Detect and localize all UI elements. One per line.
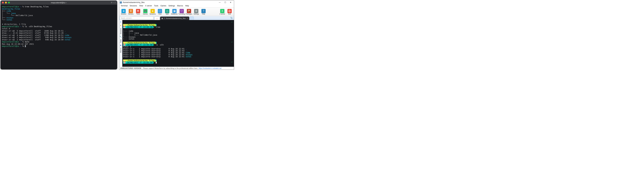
menu-sessions[interactable]: Sessions [129,5,138,7]
tools-icon: 🛠 [136,9,140,13]
prompt-time: 22:03.40 [142,44,153,46]
tree-line: +--- notes [123,38,134,40]
toolbar-settings-button[interactable]: ⚙Settings [193,8,200,16]
toolbar-label: Sessions [150,13,156,15]
menu-macros[interactable]: Macros [176,5,184,7]
tree-root: Desktop/my_files [2,8,20,10]
menu-games[interactable]: Games [160,5,167,7]
cmd-tree: tree Desktop/my_files [25,6,49,8]
toolbar-exit-button[interactable]: ⏻Exit [226,8,233,16]
servers-icon: 🗄 [129,9,133,13]
prompt-user-host: mepcotterell@io [2,6,19,8]
view-icon: 🖵 [158,9,162,13]
split-icon: ◫ [165,9,169,13]
close-button[interactable]: ✕ [228,1,233,4]
quick-connect-placeholder: Quick connect... [121,17,133,19]
x-server-icon: X [220,9,224,13]
menu-view[interactable]: View [138,5,144,7]
ls-row: drwxr-xr-x@ 2 mepcotterell staff 64B Aug… [2,36,65,39]
toolbar-multiexec-button[interactable]: ▦MultiExec [171,8,178,16]
tab-new-button[interactable] [190,17,194,20]
toolbar-view-button[interactable]: 🖵View [156,8,164,16]
toolbar-label: Session [121,13,126,15]
sidebar-tools-label[interactable]: Tools [120,39,122,43]
mac-terminal-body[interactable]: mepcotterell@io ~ % tree Desktop/my_file… [0,5,117,69]
status-unregistered: UNREGISTERED VERSION [120,67,141,69]
toolbar-label: Split [166,13,168,15]
toolbar-split-button[interactable]: ◫Split [164,8,171,16]
menu-help[interactable]: Help [184,5,190,7]
terminal-icon: ▣ [162,18,163,20]
window-title: /home/mobaxterm/my_files [123,1,144,4]
toolbar-tunneling-button[interactable]: 🛡Tunneling [178,8,185,16]
window-title: mepcotterell@io:~ [0,2,117,4]
check-icon: ✔ [232,41,232,43]
chevron-right-icon: ▶ [153,26,154,28]
window-controls: — ☐ ✕ [217,1,233,4]
toolbar-packages-button[interactable]: 📦Packages [186,8,192,16]
sidebar-macros-label[interactable]: Macros [120,48,122,53]
tree-summary: 4 directories, 1 file [2,23,26,25]
ls-total: total 0 [2,28,10,30]
cursor [25,45,26,47]
toolbar-label: Tunneling [178,13,185,15]
tree-dir-code: code [6,10,11,12]
tab-label: 2. /home/mobaxterm/my_files [164,18,186,19]
cmd-ls: ls -alh Desktop/my_files [25,25,52,28]
quick-connect-input[interactable]: Quick connect... [120,16,154,20]
tree-dir-essays: essays [6,17,13,19]
tree-line: │ └── [2,14,16,17]
ls-name-dot: . [65,30,66,32]
toolbar-sessions-button[interactable]: ★Sessions [149,8,156,16]
toolbar-games-button[interactable]: 🎮Games [142,8,149,16]
sidebar-sessions-label[interactable]: Sessions [120,28,122,34]
maximize-button[interactable]: ☐ [222,1,228,4]
ls-row: drwxr-xr-x@ 4 mepcotterell staff 128B Au… [2,34,65,36]
tree-dir-java: java [11,12,16,15]
session-icon: 🖥 [122,9,126,13]
menu-bar: Terminal Sessions View X server Tools Ga… [119,4,234,7]
tab-close-icon[interactable]: ✕ [186,18,188,20]
packages-icon: 📦 [187,9,191,13]
help-icon: ? [202,9,206,13]
tab-home[interactable]: ⌂ [154,17,160,20]
status-bar: UNREGISTERED VERSION - Please support Mo… [119,67,234,70]
mobaxterm-window: /home/mobaxterm/my_files — ☐ ✕ Terminal … [119,1,234,70]
cursor [156,62,157,64]
sidebar-expand-icon[interactable]: » [120,21,121,23]
toolbar-x-server-button[interactable]: XX server [219,8,226,16]
toolbar-session-button[interactable]: 🖥Session [120,8,127,16]
win-titlebar: /home/mobaxterm/my_files — ☐ ✕ [119,1,234,4]
menu-settings[interactable]: Settings [168,5,176,7]
paperclip-icon[interactable]: 📎 [229,16,234,20]
ls-row: drwxr-xr-x 1 mepcotte UsersGrp 0 Aug 16 … [123,56,186,58]
menu-xserver[interactable]: X server [144,5,153,7]
tools-icon[interactable]: 🔧 [120,36,122,38]
toolbar-label: Help [202,13,205,15]
games-icon: 🎮 [143,9,148,13]
tree-line: └── [2,19,6,21]
ls-row: drwxr-xr-x@ 2 mepcotterell staff 64B Aug… [2,39,65,41]
toolbar-servers-button[interactable]: 🗄Servers [127,8,134,16]
sessions-icon[interactable]: ★ [120,25,122,27]
prompt-symbol: % [22,6,24,8]
clock-icon: ⏱ [139,26,142,28]
toolbar-tools-button[interactable]: 🛠Tools [134,8,142,16]
status-link[interactable]: https://mobaxterm.mobatek.net [198,67,222,69]
ls-name-dotdot: .. [65,32,67,34]
toolbar-label: Tools [136,13,140,15]
toolbar-label: X server [220,13,225,15]
cmd-tree: tree [156,26,160,28]
toolbar-label: Packages [186,13,192,15]
macros-icon[interactable]: ◆ [120,44,121,46]
minimize-button[interactable]: — [217,1,222,4]
toolbar: 🖥Session🗄Servers🛠Tools🎮Games★Sessions🖵Vi… [119,7,234,16]
menu-terminal[interactable]: Terminal [120,5,128,7]
toolbar-label: Games [143,13,148,15]
toolbar-help-button[interactable]: ?Help [200,8,207,16]
sessions-icon: ★ [150,9,155,13]
moba-terminal-body[interactable]: ✔ 📁/home/mobaxterm/my_files▶ 📅16/08/2021… [122,20,234,67]
menu-tools[interactable]: Tools [153,5,159,7]
cmd-date: date [25,41,30,43]
tab-active[interactable]: ▣ 2. /home/mobaxterm/my_files ✕ [160,17,189,20]
